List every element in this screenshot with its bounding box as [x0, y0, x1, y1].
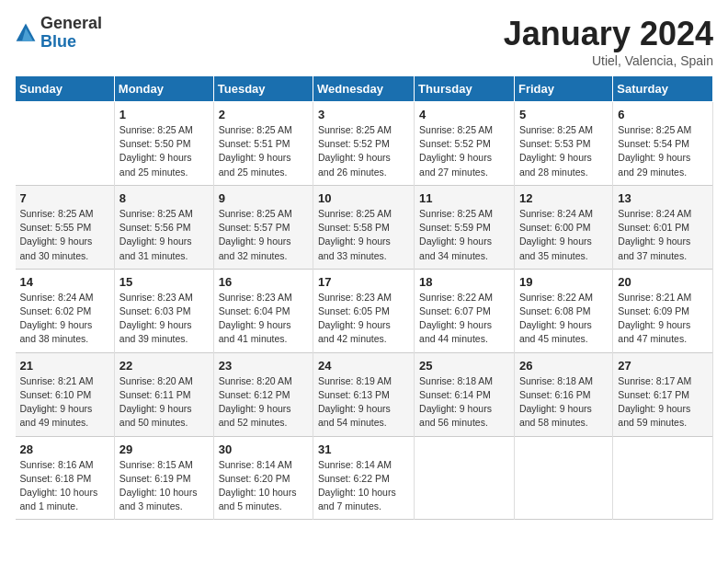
day-info: Sunrise: 8:25 AMSunset: 5:57 PMDaylight:…	[219, 207, 308, 263]
day-info: Sunrise: 8:20 AMSunset: 6:11 PMDaylight:…	[119, 374, 209, 431]
day-info: Sunrise: 8:18 AMSunset: 6:16 PMDaylight:…	[519, 374, 608, 431]
weekday-header-friday: Friday	[514, 76, 612, 102]
day-number: 20	[618, 275, 708, 289]
calendar-cell: 23Sunrise: 8:20 AMSunset: 6:12 PMDayligh…	[213, 352, 313, 436]
calendar-cell: 22Sunrise: 8:20 AMSunset: 6:11 PMDayligh…	[114, 352, 213, 436]
logo-general-text: General	[40, 15, 102, 33]
day-info: Sunrise: 8:25 AMSunset: 5:58 PMDaylight:…	[318, 207, 409, 263]
calendar-week-row: 7Sunrise: 8:25 AMSunset: 5:55 PMDaylight…	[16, 185, 713, 269]
calendar-cell: 30Sunrise: 8:14 AMSunset: 6:20 PMDayligh…	[213, 436, 313, 520]
day-number: 19	[519, 275, 608, 289]
day-number: 11	[419, 191, 509, 205]
day-number: 28	[20, 442, 109, 456]
day-number: 27	[618, 359, 708, 373]
calendar-cell: 18Sunrise: 8:22 AMSunset: 6:07 PMDayligh…	[415, 269, 515, 352]
day-number: 10	[318, 191, 409, 205]
day-info: Sunrise: 8:14 AMSunset: 6:22 PMDaylight:…	[318, 458, 409, 514]
calendar-table: SundayMondayTuesdayWednesdayThursdayFrid…	[15, 75, 713, 520]
weekday-header-monday: Monday	[114, 76, 213, 102]
day-info: Sunrise: 8:25 AMSunset: 5:56 PMDaylight:…	[119, 207, 209, 263]
calendar-cell: 14Sunrise: 8:24 AMSunset: 6:02 PMDayligh…	[16, 269, 115, 352]
calendar-cell: 3Sunrise: 8:25 AMSunset: 5:52 PMDaylight…	[313, 102, 415, 186]
day-info: Sunrise: 8:25 AMSunset: 5:54 PMDaylight:…	[618, 123, 708, 179]
day-number: 23	[219, 359, 308, 373]
day-number: 26	[519, 359, 608, 373]
day-number: 22	[119, 359, 209, 373]
day-info: Sunrise: 8:25 AMSunset: 5:52 PMDaylight:…	[419, 123, 509, 179]
day-number: 29	[119, 442, 209, 456]
day-info: Sunrise: 8:25 AMSunset: 5:52 PMDaylight:…	[318, 123, 409, 179]
day-info: Sunrise: 8:16 AMSunset: 6:18 PMDaylight:…	[20, 458, 109, 514]
calendar-cell: 10Sunrise: 8:25 AMSunset: 5:58 PMDayligh…	[313, 185, 415, 269]
weekday-header-row: SundayMondayTuesdayWednesdayThursdayFrid…	[16, 76, 713, 102]
location-subtitle: Utiel, Valencia, Spain	[504, 53, 713, 68]
month-title: January 2024	[504, 15, 713, 53]
calendar-week-row: 28Sunrise: 8:16 AMSunset: 6:18 PMDayligh…	[16, 436, 713, 520]
calendar-cell: 17Sunrise: 8:23 AMSunset: 6:05 PMDayligh…	[313, 269, 415, 352]
day-info: Sunrise: 8:18 AMSunset: 6:14 PMDaylight:…	[419, 374, 509, 431]
calendar-cell: 27Sunrise: 8:17 AMSunset: 6:17 PMDayligh…	[613, 352, 713, 436]
day-number: 25	[419, 359, 509, 373]
calendar-cell: 2Sunrise: 8:25 AMSunset: 5:51 PMDaylight…	[213, 102, 313, 186]
day-info: Sunrise: 8:25 AMSunset: 5:50 PMDaylight:…	[119, 123, 209, 179]
calendar-cell	[16, 102, 115, 186]
day-info: Sunrise: 8:24 AMSunset: 6:00 PMDaylight:…	[519, 207, 608, 263]
calendar-cell: 5Sunrise: 8:25 AMSunset: 5:53 PMDaylight…	[514, 102, 612, 186]
day-info: Sunrise: 8:25 AMSunset: 5:59 PMDaylight:…	[419, 207, 509, 263]
day-info: Sunrise: 8:23 AMSunset: 6:04 PMDaylight:…	[219, 291, 308, 347]
day-info: Sunrise: 8:14 AMSunset: 6:20 PMDaylight:…	[219, 458, 308, 514]
day-info: Sunrise: 8:24 AMSunset: 6:02 PMDaylight:…	[20, 291, 109, 347]
day-info: Sunrise: 8:25 AMSunset: 5:55 PMDaylight:…	[20, 207, 109, 263]
calendar-cell: 24Sunrise: 8:19 AMSunset: 6:13 PMDayligh…	[313, 352, 415, 436]
calendar-cell: 6Sunrise: 8:25 AMSunset: 5:54 PMDaylight…	[613, 102, 713, 186]
weekday-header-thursday: Thursday	[415, 76, 515, 102]
day-number: 16	[219, 275, 308, 289]
day-number: 13	[618, 191, 708, 205]
title-section: January 2024 Utiel, Valencia, Spain	[504, 15, 713, 68]
calendar-cell	[514, 436, 612, 520]
weekday-header-sunday: Sunday	[16, 76, 115, 102]
day-number: 14	[20, 275, 109, 289]
header: General Blue January 2024 Utiel, Valenci…	[15, 15, 713, 68]
calendar-cell: 31Sunrise: 8:14 AMSunset: 6:22 PMDayligh…	[313, 436, 415, 520]
day-number: 5	[519, 108, 608, 121]
day-number: 21	[20, 359, 109, 373]
day-info: Sunrise: 8:23 AMSunset: 6:03 PMDaylight:…	[119, 291, 209, 347]
day-number: 12	[519, 191, 608, 205]
day-info: Sunrise: 8:21 AMSunset: 6:09 PMDaylight:…	[618, 291, 708, 347]
calendar-cell: 20Sunrise: 8:21 AMSunset: 6:09 PMDayligh…	[613, 269, 713, 352]
calendar-cell: 7Sunrise: 8:25 AMSunset: 5:55 PMDaylight…	[16, 185, 115, 269]
day-number: 18	[419, 275, 509, 289]
day-number: 7	[20, 191, 109, 205]
day-info: Sunrise: 8:22 AMSunset: 6:08 PMDaylight:…	[519, 291, 608, 347]
day-info: Sunrise: 8:19 AMSunset: 6:13 PMDaylight:…	[318, 374, 409, 431]
calendar-cell: 25Sunrise: 8:18 AMSunset: 6:14 PMDayligh…	[415, 352, 515, 436]
calendar-cell: 4Sunrise: 8:25 AMSunset: 5:52 PMDaylight…	[415, 102, 515, 186]
calendar-cell	[613, 436, 713, 520]
day-number: 1	[119, 108, 209, 121]
day-info: Sunrise: 8:22 AMSunset: 6:07 PMDaylight:…	[419, 291, 509, 347]
calendar-week-row: 1Sunrise: 8:25 AMSunset: 5:50 PMDaylight…	[16, 102, 713, 186]
weekday-header-saturday: Saturday	[613, 76, 713, 102]
day-number: 24	[318, 359, 409, 373]
calendar-cell: 16Sunrise: 8:23 AMSunset: 6:04 PMDayligh…	[213, 269, 313, 352]
day-info: Sunrise: 8:25 AMSunset: 5:53 PMDaylight:…	[519, 123, 608, 179]
day-number: 3	[318, 108, 409, 121]
day-info: Sunrise: 8:24 AMSunset: 6:01 PMDaylight:…	[618, 207, 708, 263]
day-info: Sunrise: 8:15 AMSunset: 6:19 PMDaylight:…	[119, 458, 209, 514]
day-number: 30	[219, 442, 308, 456]
weekday-header-wednesday: Wednesday	[313, 76, 415, 102]
calendar-cell: 12Sunrise: 8:24 AMSunset: 6:00 PMDayligh…	[514, 185, 612, 269]
calendar-cell: 21Sunrise: 8:21 AMSunset: 6:10 PMDayligh…	[16, 352, 115, 436]
calendar-week-row: 14Sunrise: 8:24 AMSunset: 6:02 PMDayligh…	[16, 269, 713, 352]
calendar-cell: 19Sunrise: 8:22 AMSunset: 6:08 PMDayligh…	[514, 269, 612, 352]
logo: General Blue	[15, 15, 102, 52]
day-info: Sunrise: 8:17 AMSunset: 6:17 PMDaylight:…	[618, 374, 708, 431]
day-number: 8	[119, 191, 209, 205]
day-info: Sunrise: 8:23 AMSunset: 6:05 PMDaylight:…	[318, 291, 409, 347]
calendar-cell: 1Sunrise: 8:25 AMSunset: 5:50 PMDaylight…	[114, 102, 213, 186]
calendar-cell: 9Sunrise: 8:25 AMSunset: 5:57 PMDaylight…	[213, 185, 313, 269]
calendar-cell: 26Sunrise: 8:18 AMSunset: 6:16 PMDayligh…	[514, 352, 612, 436]
weekday-header-tuesday: Tuesday	[213, 76, 313, 102]
calendar-cell: 13Sunrise: 8:24 AMSunset: 6:01 PMDayligh…	[613, 185, 713, 269]
